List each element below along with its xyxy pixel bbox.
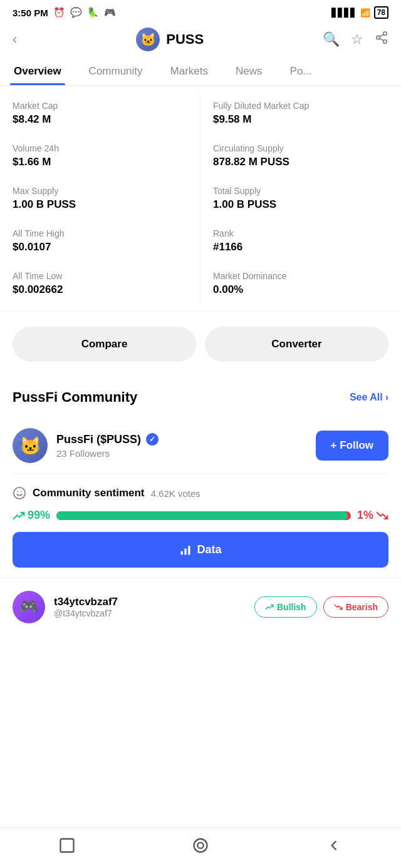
user-post-info: t34ytcvbzaf7 @t34ytcvbzaf7 bbox=[54, 596, 246, 618]
sentiment-icon bbox=[13, 486, 26, 500]
bullish-vote-button[interactable]: Bullish bbox=[254, 596, 317, 618]
header-icons: 🔍 ☆ bbox=[323, 31, 388, 48]
search-icon[interactable]: 🔍 bbox=[323, 31, 340, 48]
see-all-button[interactable]: See All › bbox=[350, 392, 388, 403]
stat-ath: All Time High $0.0107 bbox=[0, 220, 200, 262]
bullish-bar-fill bbox=[56, 511, 348, 520]
bearish-arrow-icon bbox=[376, 509, 388, 522]
bearish-vote-button[interactable]: Bearish bbox=[323, 596, 388, 618]
compare-button[interactable]: Compare bbox=[13, 327, 196, 362]
nav-back-button[interactable] bbox=[324, 835, 344, 855]
share-icon[interactable] bbox=[375, 31, 388, 48]
game-icon: 🎮 bbox=[104, 7, 116, 18]
stats-grid: Market Cap $8.42 M Fully Diluted Market … bbox=[0, 86, 401, 312]
tab-news[interactable]: News bbox=[222, 59, 276, 85]
community-profile-row: 🐱 PussFi ($PUSS) ✓ 23 Followers + Follow bbox=[13, 418, 388, 474]
coin-title: 🐱 PUSS bbox=[136, 28, 204, 51]
tab-overview[interactable]: Overview bbox=[0, 59, 75, 85]
svg-point-0 bbox=[383, 32, 387, 36]
svg-rect-10 bbox=[189, 546, 190, 554]
signal-icon: ▋▋▋▋ bbox=[331, 8, 357, 18]
data-button[interactable]: Data bbox=[13, 532, 388, 568]
community-avatar: 🐱 bbox=[13, 428, 48, 463]
bearish-small-icon bbox=[334, 603, 343, 611]
stat-atl: All Time Low $0.002662 bbox=[0, 262, 200, 305]
notification-icon: 🦜 bbox=[87, 7, 99, 18]
svg-rect-9 bbox=[185, 548, 187, 554]
status-left: 3:50 PM ⏰ 💬 🦜 🎮 bbox=[13, 7, 116, 18]
user-handle: @t34ytcvbzaf7 bbox=[54, 608, 246, 618]
svg-rect-8 bbox=[181, 551, 183, 554]
verified-icon: ✓ bbox=[146, 433, 159, 446]
converter-button[interactable]: Converter bbox=[205, 327, 388, 362]
user-post-row: 🎮 t34ytcvbzaf7 @t34ytcvbzaf7 Bullish Bea… bbox=[0, 578, 401, 636]
tab-markets[interactable]: Markets bbox=[157, 59, 222, 85]
tab-portfolio[interactable]: Po... bbox=[276, 59, 326, 85]
svg-line-4 bbox=[380, 34, 383, 37]
followers-count: 23 Followers bbox=[56, 448, 307, 459]
stat-max-supply: Max Supply 1.00 B PUSS bbox=[0, 177, 200, 220]
status-time: 3:50 PM bbox=[13, 8, 48, 18]
stat-total-supply: Total Supply 1.00 B PUSS bbox=[200, 177, 401, 220]
sentiment-bar bbox=[56, 511, 351, 520]
bullish-arrow-icon bbox=[13, 509, 25, 522]
status-bar: 3:50 PM ⏰ 💬 🦜 🎮 ▋▋▋▋ 📶 78 bbox=[0, 0, 401, 23]
bullish-small-icon bbox=[265, 603, 274, 611]
sentiment-section: Community sentiment 4.62K votes 99% 1% bbox=[0, 474, 401, 578]
stat-circulating-supply: Circulating Supply 878.82 M PUSS bbox=[200, 135, 401, 177]
star-icon[interactable]: ☆ bbox=[351, 31, 363, 48]
nav-home-button[interactable] bbox=[190, 835, 211, 855]
svg-point-1 bbox=[377, 36, 380, 39]
profile-info: PussFi ($PUSS) ✓ 23 Followers bbox=[56, 433, 307, 459]
status-right: ▋▋▋▋ 📶 78 bbox=[331, 6, 388, 19]
community-header: PussFi Community See All › bbox=[13, 389, 388, 406]
bullish-percentage: 99% bbox=[13, 509, 50, 522]
sentiment-title: Community sentiment bbox=[33, 487, 145, 499]
svg-point-2 bbox=[383, 40, 387, 43]
back-button[interactable]: ‹ bbox=[13, 31, 17, 48]
svg-point-5 bbox=[14, 488, 25, 499]
community-title: PussFi Community bbox=[13, 389, 137, 406]
sentiment-header: Community sentiment 4.62K votes bbox=[13, 486, 388, 500]
bearish-percentage: 1% bbox=[357, 509, 388, 522]
svg-rect-11 bbox=[60, 839, 73, 852]
community-section: PussFi Community See All › 🐱 PussFi ($PU… bbox=[0, 377, 401, 474]
bottom-nav bbox=[0, 827, 401, 868]
svg-line-3 bbox=[380, 38, 383, 41]
post-actions: Bullish Bearish bbox=[254, 596, 388, 618]
follow-button[interactable]: + Follow bbox=[316, 431, 388, 461]
stat-market-cap: Market Cap $8.42 M bbox=[0, 92, 200, 135]
alarm-icon: ⏰ bbox=[53, 7, 65, 18]
data-chart-icon bbox=[179, 544, 192, 556]
stat-rank: Rank #1166 bbox=[200, 220, 401, 262]
stat-volume: Volume 24h $1.66 M bbox=[0, 135, 200, 177]
whatsapp-icon: 💬 bbox=[70, 7, 82, 18]
wifi-icon: 📶 bbox=[360, 8, 370, 18]
battery-indicator: 78 bbox=[374, 6, 388, 19]
tab-community[interactable]: Community bbox=[75, 59, 157, 85]
votes-count: 4.62K votes bbox=[151, 488, 200, 499]
user-avatar: 🎮 bbox=[13, 591, 45, 623]
action-buttons: Compare Converter bbox=[0, 312, 401, 377]
stat-market-dominance: Market Dominance 0.00% bbox=[200, 262, 401, 305]
sentiment-bar-row: 99% 1% bbox=[13, 509, 388, 522]
svg-point-13 bbox=[197, 842, 203, 848]
coin-avatar: 🐱 bbox=[136, 28, 160, 51]
svg-point-12 bbox=[194, 839, 207, 852]
profile-name: PussFi ($PUSS) ✓ bbox=[56, 433, 307, 446]
username: t34ytcvbzaf7 bbox=[54, 596, 246, 608]
nav-square-button[interactable] bbox=[57, 835, 77, 855]
stat-fully-diluted: Fully Diluted Market Cap $9.58 M bbox=[200, 92, 401, 135]
coin-name: PUSS bbox=[166, 31, 204, 48]
tab-bar: Overview Community Markets News Po... bbox=[0, 59, 401, 86]
app-header: ‹ 🐱 PUSS 🔍 ☆ bbox=[0, 23, 401, 59]
